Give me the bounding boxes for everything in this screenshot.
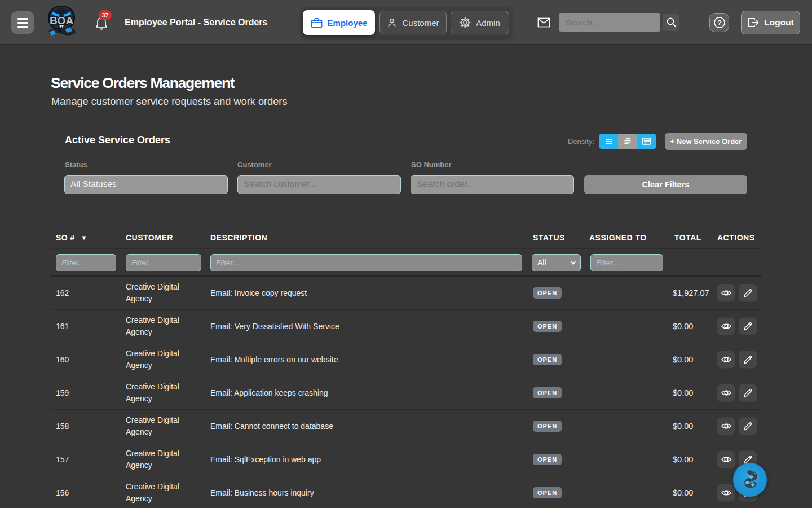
svg-text:BOA: BOA [50,15,74,27]
svg-text:?: ? [717,19,722,27]
